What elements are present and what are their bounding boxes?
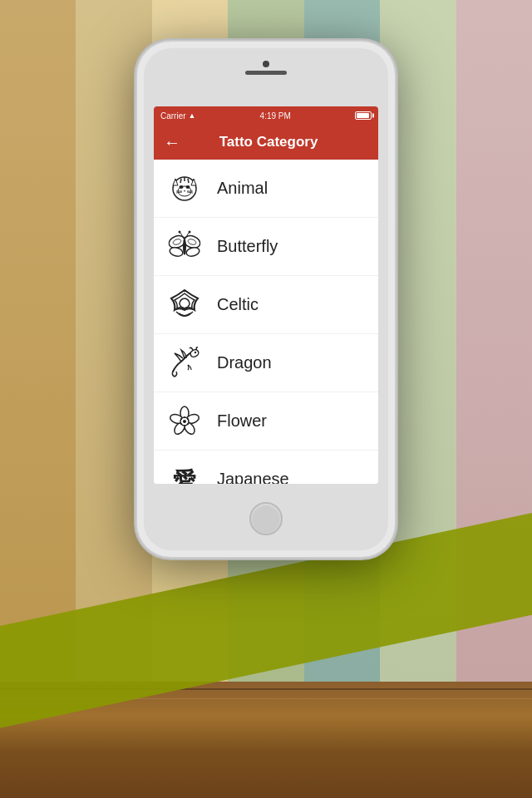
camera (263, 61, 269, 67)
category-item-flower[interactable]: Flower (154, 392, 378, 451)
phone-inner: Carrier ▲ 4:19 PM ← Tatto Category (144, 48, 388, 550)
flower-icon (164, 401, 205, 442)
japanese-label: Japanese (217, 470, 289, 484)
phone-frame: Carrier ▲ 4:19 PM ← Tatto Category (137, 42, 395, 557)
svg-point-16 (185, 246, 200, 258)
category-item-japanese[interactable]: 愛 Japanese (154, 451, 378, 484)
japanese-icon: 愛 (164, 459, 205, 485)
svg-point-14 (169, 246, 184, 258)
svg-point-21 (189, 230, 191, 233)
butterfly-label: Butterfly (217, 237, 278, 256)
svg-point-30 (183, 420, 186, 423)
status-bar: Carrier ▲ 4:19 PM (154, 106, 378, 125)
animal-label: Animal (217, 179, 268, 198)
category-list: Animal (154, 160, 378, 484)
screen: Carrier ▲ 4:19 PM ← Tatto Category (154, 106, 378, 484)
svg-point-8 (186, 185, 190, 189)
dragon-label: Dragon (217, 353, 272, 372)
nav-title: Tatto Category (189, 134, 348, 150)
svg-text:愛: 愛 (173, 468, 197, 485)
back-button[interactable]: ← (164, 134, 180, 150)
time-label: 4:19 PM (260, 111, 291, 121)
carrier-label: Carrier (160, 111, 186, 121)
navigation-bar: ← Tatto Category (154, 125, 378, 160)
svg-point-35 (180, 423, 182, 425)
speaker (245, 71, 287, 75)
svg-line-6 (188, 179, 189, 183)
celtic-icon (164, 284, 205, 326)
category-item-animal[interactable]: Animal (154, 160, 378, 218)
flower-label: Flower (217, 411, 267, 431)
wifi-icon: ▲ (189, 111, 196, 120)
phone-top-bar (245, 61, 287, 75)
svg-line-4 (180, 179, 181, 183)
celtic-label: Celtic (217, 295, 259, 314)
svg-point-19 (183, 239, 186, 255)
category-item-celtic[interactable]: Celtic (154, 276, 378, 334)
category-item-dragon[interactable]: Dragon (154, 334, 378, 392)
animal-icon (164, 168, 205, 209)
svg-point-20 (179, 230, 181, 233)
home-button[interactable] (249, 502, 283, 535)
svg-point-36 (180, 418, 182, 420)
category-item-butterfly[interactable]: Butterfly (154, 218, 378, 276)
butterfly-icon (164, 226, 205, 268)
svg-point-34 (184, 425, 185, 426)
svg-point-32 (187, 418, 189, 420)
battery-icon (355, 111, 372, 120)
svg-point-7 (180, 185, 184, 189)
status-right (355, 111, 372, 120)
bg-stripe-7 (456, 0, 532, 798)
svg-point-22 (190, 348, 200, 358)
status-left: Carrier ▲ (160, 111, 195, 121)
battery-fill (357, 113, 369, 118)
svg-point-31 (184, 416, 185, 418)
svg-point-23 (195, 351, 196, 352)
svg-point-33 (187, 423, 189, 425)
dragon-icon (164, 342, 205, 384)
